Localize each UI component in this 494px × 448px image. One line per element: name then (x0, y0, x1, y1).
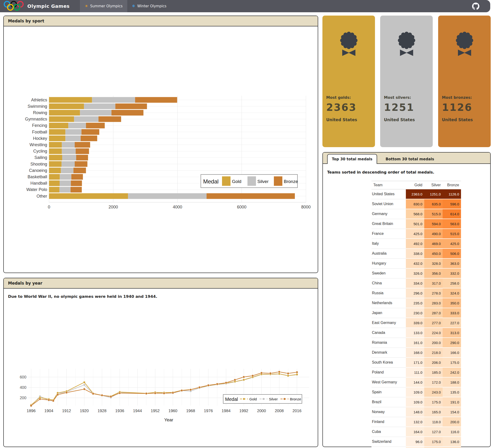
medal-count-cell: 161.0 (406, 338, 424, 347)
medal-count-cell: 243.0 (424, 387, 443, 397)
sun-icon: ☀ (85, 4, 88, 8)
svg-text:0: 0 (48, 205, 50, 209)
medal-count-cell: 227.0 (443, 318, 461, 328)
table-row: Germany568.0515.0614.0 (371, 209, 461, 219)
table-row: Great Britain501.0594.0563.0 (371, 219, 461, 229)
team-cell: Netherlands (371, 298, 406, 308)
medal-count-cell: 206.0 (424, 358, 443, 367)
svg-text:1968: 1968 (186, 409, 195, 413)
medal-count-cell: 133.0 (406, 328, 424, 338)
navbar: Olympic Games ☀Summer Olympics ❄Winter O… (0, 0, 490, 12)
team-cell: Poland (371, 367, 406, 377)
table-row: Poland111.0185.0242.0 (371, 367, 461, 377)
medal-count-cell: 490.0 (424, 229, 443, 239)
team-cell: Australia (371, 249, 406, 258)
olympics-dashboard: Olympic Games ☀Summer Olympics ❄Winter O… (0, 0, 494, 448)
team-cell: Brazil (371, 397, 406, 407)
medal-count-cell: 563.0 (443, 219, 461, 229)
svg-text:Bronze: Bronze (284, 179, 298, 184)
card-label: Most silvers: (384, 95, 415, 100)
medal-count-cell: 136.0 (443, 437, 461, 447)
card-label: Most bronzes: (442, 95, 473, 100)
svg-text:Hockey: Hockey (33, 136, 47, 141)
app-title: Olympic Games (27, 3, 70, 9)
svg-text:1992: 1992 (239, 409, 248, 413)
nav-tabs: ☀Summer Olympics ❄Winter Olympics (80, 0, 171, 12)
medal-count-cell: 224.0 (424, 328, 443, 338)
medal-count-cell: 132.0 (406, 417, 424, 427)
medal-count-cell: 350.0 (443, 298, 461, 308)
team-cell: Sweden (371, 268, 406, 278)
medal-count-cell: 96.0 (406, 437, 424, 447)
tab-summer-olympics[interactable]: ☀Summer Olympics (80, 0, 127, 12)
team-cell: Soviet Union (371, 199, 406, 209)
medal-count-cell: 596.0 (443, 199, 461, 209)
team-cell: Great Britain (371, 219, 406, 229)
medal-count-cell: 164.0 (406, 427, 424, 437)
medals-by-year-panel: Medals by year Due to World War II, no o… (3, 278, 318, 447)
svg-text:Gold: Gold (232, 179, 241, 184)
medal-count-cell: 191.0 (443, 397, 461, 407)
svg-text:1920: 1920 (80, 409, 89, 413)
table-row: Belgium93.0157.0152.0 (371, 447, 461, 448)
svg-text:1928: 1928 (98, 409, 107, 413)
medal-count-cell: 515.0 (424, 209, 443, 219)
medal-count-cell: 175.0 (443, 358, 461, 367)
svg-text:Wrestling: Wrestling (29, 142, 47, 147)
panel-title: Medals by sport (4, 16, 318, 26)
medals-by-year-chart: Due to World War II, no olympic games we… (4, 289, 318, 447)
medal-count-cell: 111.0 (406, 367, 424, 377)
svg-text:1904: 1904 (44, 409, 53, 413)
medal-count-cell: 109.0 (406, 397, 424, 407)
medals-by-sport-chart: AthleticsSwimmingRowingGymnasticsFencing… (4, 26, 318, 273)
most-bronzes-card: Most bronzes: 1126 United States (438, 15, 491, 147)
svg-text:4000: 4000 (173, 205, 182, 209)
team-cell: Finland (371, 417, 406, 427)
bar-chart: AthleticsSwimmingRowingGymnasticsFencing… (4, 26, 318, 273)
team-cell: China (371, 278, 406, 288)
table-row: Finland132.0118.0200.0 (371, 417, 461, 427)
table-row: West Germany144.0172.0188.0 (371, 377, 461, 387)
svg-text:2000: 2000 (108, 205, 118, 209)
tab-bottom-30-total-medals[interactable]: Bottom 30 total medals (381, 154, 438, 163)
medal-count-cell: 135.0 (443, 387, 461, 397)
tab-winter-olympics[interactable]: ❄Winter Olympics (127, 0, 171, 12)
table-row: Italy492.0469.0425.0 (371, 239, 461, 249)
team-cell: Belgium (371, 447, 406, 448)
medal-count-cell: 1126.0 (443, 189, 461, 199)
svg-text:1984: 1984 (222, 409, 231, 413)
medal-count-cell: 165.0 (424, 407, 443, 417)
medal-count-cell: 168.0 (406, 347, 424, 358)
medal-count-cell: 332.0 (443, 268, 461, 278)
svg-text:Bronze: Bronze (290, 397, 301, 401)
team-cell: Switzerland (371, 437, 406, 447)
medal-count-cell: 317.0 (424, 278, 443, 288)
medal-count-cell: 175.0 (424, 437, 443, 447)
svg-text:Rowing: Rowing (33, 110, 47, 115)
svg-text:Shooting: Shooting (30, 162, 47, 166)
panel-title: Medals by year (4, 278, 318, 289)
svg-text:Athletics: Athletics (31, 98, 47, 102)
medal-count-cell: 328.0 (424, 258, 443, 268)
tab-top-30-total-medals[interactable]: Top 30 total medals (327, 154, 377, 164)
medal-count-cell: 339.0 (406, 318, 424, 328)
github-link[interactable] (472, 3, 479, 10)
svg-text:Medal: Medal (203, 178, 219, 185)
medal-count-cell: 154.0 (443, 407, 461, 417)
svg-text:Football: Football (32, 130, 47, 134)
medal-count-cell: 185.0 (424, 367, 443, 377)
card-value: 2363 (326, 102, 357, 113)
svg-text:Handball: Handball (30, 181, 47, 186)
table-row: Australia338.0450.0506.0 (371, 249, 461, 258)
table-caption: Teams sorted in descending order of tota… (323, 164, 490, 175)
medal-count-cell: 425.0 (406, 229, 424, 239)
svg-text:2000: 2000 (257, 409, 266, 413)
col-header-team: Team (371, 181, 406, 189)
medal-count-cell: 324.0 (443, 288, 461, 298)
medal-table: Team Gold Silver Bronze United States236… (371, 181, 461, 448)
medal-count-cell: 296.0 (406, 288, 424, 298)
svg-text:1944: 1944 (133, 409, 142, 413)
svg-text:Other: Other (37, 194, 47, 199)
table-row: East Germany339.0277.0227.0 (371, 318, 461, 328)
team-cell: Italy (371, 239, 406, 249)
